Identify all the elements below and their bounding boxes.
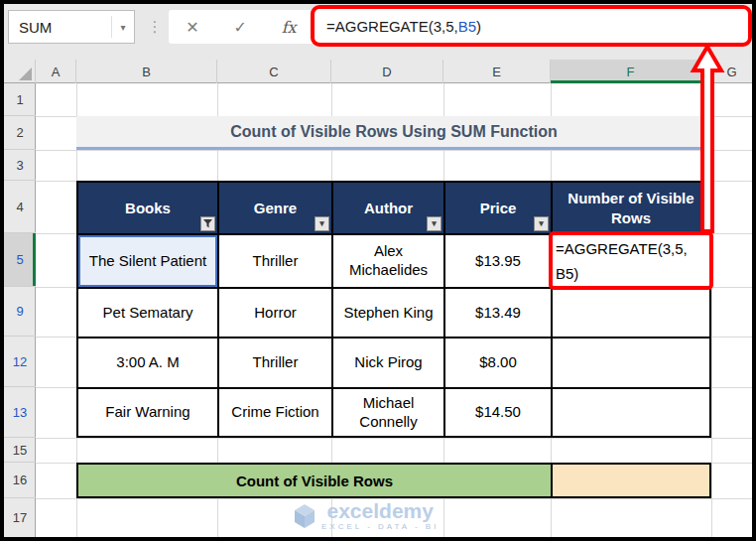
cell-b9[interactable]: Pet Sematary xyxy=(78,289,217,337)
frame-border xyxy=(0,537,756,541)
annotation-arrow-up xyxy=(689,44,726,234)
select-all-button[interactable] xyxy=(4,60,36,83)
frame-border xyxy=(0,0,756,4)
column-header-e[interactable]: E xyxy=(443,60,551,83)
column-header-b[interactable]: B xyxy=(76,60,217,83)
count-visible-rows-result-cell[interactable] xyxy=(551,465,709,496)
cell-f13-empty[interactable] xyxy=(553,389,709,436)
row-header-3[interactable]: 3 xyxy=(4,150,36,181)
table-header-price[interactable]: Price ▾ xyxy=(445,183,551,233)
column-header-strip: A B C D E F G xyxy=(4,60,752,83)
select-all-triangle-icon xyxy=(19,68,32,80)
count-visible-rows-label-cell[interactable]: Count of Visible Rows xyxy=(78,465,551,496)
cell-b13[interactable]: Fair Warning xyxy=(78,389,217,436)
excel-window: SUM ▾ ⋮ ✕ ✓ fx =AGGREGATE(3,5,B5) A B C … xyxy=(0,0,756,541)
row-header-1[interactable]: 1 xyxy=(4,83,36,116)
column-header-a[interactable]: A xyxy=(36,60,76,83)
column-header-f-selected[interactable]: F xyxy=(551,60,711,83)
formula-bar[interactable]: =AGGREGATE(3,5,B5) xyxy=(311,5,752,47)
annotation-red-box-f5 xyxy=(549,231,713,290)
filter-funnel-button[interactable] xyxy=(200,216,215,231)
row-header-16[interactable]: 16 xyxy=(4,463,36,498)
cancel-icon[interactable]: ✕ xyxy=(186,18,198,37)
row-header-17[interactable]: 17 xyxy=(4,498,36,537)
enter-icon[interactable]: ✓ xyxy=(234,18,247,37)
chevron-down-icon[interactable]: ▾ xyxy=(112,22,134,33)
watermark-tagline: EXCEL - DATA - BI xyxy=(321,522,439,531)
cell-f12-empty[interactable] xyxy=(553,338,709,387)
gridline xyxy=(36,150,752,151)
toolbar-drag-dots-icon: ⋮ xyxy=(147,10,163,44)
cell-e13[interactable]: $14.50 xyxy=(445,389,551,436)
sheet-title-cell[interactable]: Count of Visible Rows Using SUM Function xyxy=(76,116,711,150)
table-header-genre[interactable]: Genre ▾ xyxy=(219,183,331,233)
name-box[interactable]: SUM ▾ xyxy=(8,10,135,44)
cell-d9[interactable]: Stephen King xyxy=(333,289,443,337)
gridline xyxy=(36,438,752,439)
cell-c5[interactable]: Thriller xyxy=(219,235,331,287)
cell-c12[interactable]: Thriller xyxy=(219,338,331,387)
name-box-value: SUM xyxy=(9,19,111,36)
table-header-books[interactable]: Books xyxy=(78,183,217,233)
cell-d12[interactable]: Nick Pirog xyxy=(333,338,443,387)
row-header-strip: 1 2 3 4 5 9 12 13 15 16 17 xyxy=(4,83,36,537)
formula-text-prefix: =AGGREGATE(3,5, xyxy=(326,18,458,35)
watermark-brand: exceldemy xyxy=(327,501,434,520)
row-header-12[interactable]: 12 xyxy=(4,337,36,387)
chevron-down-icon: ▾ xyxy=(432,219,437,228)
frame-border xyxy=(752,0,756,541)
formula-text-suffix: ) xyxy=(476,18,481,35)
cell-e5[interactable]: $13.95 xyxy=(445,235,551,287)
cell-b12[interactable]: 3:00 A. M xyxy=(78,338,217,387)
row-header-2[interactable]: 2 xyxy=(4,116,36,150)
frame-border xyxy=(0,0,4,541)
row-header-9[interactable]: 9 xyxy=(4,287,36,337)
table-header-author[interactable]: Author ▾ xyxy=(333,183,443,233)
filter-dropdown-button[interactable]: ▾ xyxy=(315,216,329,231)
books-table: Books Genre ▾ Author ▾ Price ▾ Number of… xyxy=(76,181,711,438)
cell-e9[interactable]: $13.49 xyxy=(445,289,551,337)
exceldemy-logo-icon xyxy=(294,503,315,529)
cell-f9-empty[interactable] xyxy=(553,289,709,337)
footer-row: Count of Visible Rows xyxy=(76,463,711,498)
cell-d5[interactable]: Alex Michaelides xyxy=(333,235,443,287)
row-header-4[interactable]: 4 xyxy=(4,181,36,233)
exceldemy-watermark: exceldemy EXCEL - DATA - BI xyxy=(294,499,482,533)
chevron-down-icon: ▾ xyxy=(319,219,324,228)
cell-c9[interactable]: Horror xyxy=(219,289,331,337)
row-header-13[interactable]: 13 xyxy=(4,387,36,438)
filter-dropdown-button[interactable]: ▾ xyxy=(534,216,549,231)
column-header-c[interactable]: C xyxy=(217,60,331,83)
formula-cell-reference: B5 xyxy=(458,18,476,35)
insert-function-icon[interactable]: fx xyxy=(282,18,297,37)
cell-d13[interactable]: Michael Connelly xyxy=(333,389,443,436)
formula-buttons: ✕ ✓ fx xyxy=(169,10,314,44)
funnel-icon xyxy=(203,219,212,228)
cell-c13[interactable]: Crime Fiction xyxy=(219,389,331,436)
cell-e12[interactable]: $8.00 xyxy=(445,338,551,387)
chevron-down-icon: ▾ xyxy=(539,219,544,228)
column-header-d[interactable]: D xyxy=(331,60,443,83)
worksheet-area[interactable]: Count of Visible Rows Using SUM Function… xyxy=(36,83,752,537)
row-header-15[interactable]: 15 xyxy=(4,438,36,463)
cell-b5-reference-highlight[interactable]: The Silent Patient xyxy=(78,235,217,287)
table-header-visible-rows[interactable]: Number of Visible Rows xyxy=(553,183,709,233)
filter-dropdown-button[interactable]: ▾ xyxy=(427,216,441,231)
row-header-5-selected[interactable]: 5 xyxy=(4,233,36,287)
